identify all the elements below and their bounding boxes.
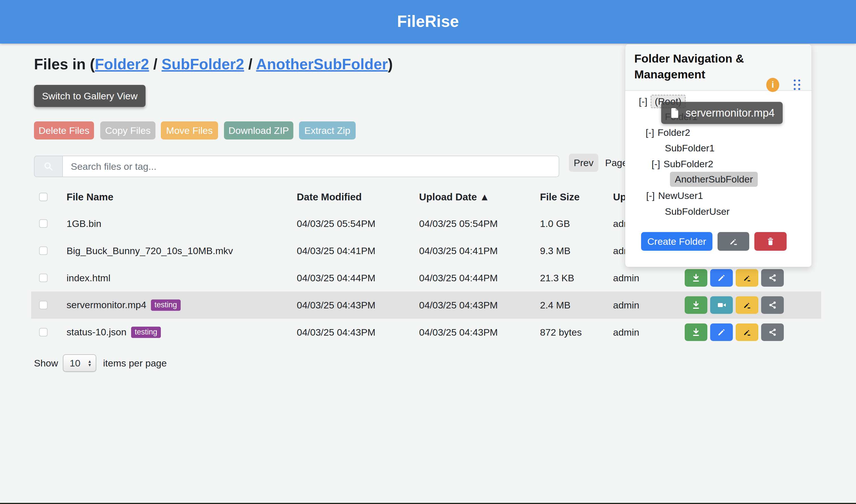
info-icon[interactable] bbox=[766, 78, 779, 92]
play-video-button[interactable] bbox=[710, 296, 733, 314]
share-button[interactable] bbox=[761, 323, 784, 341]
breadcrumb-prefix: Files in ( bbox=[34, 56, 95, 72]
date-modified: 04/03/25 04:43PM bbox=[297, 300, 375, 311]
date-modified: 04/03/25 04:41PM bbox=[297, 245, 375, 256]
file-name[interactable]: servermonitor.mp4 bbox=[67, 300, 146, 311]
tree-item-subfolder2[interactable]: [-] SubFolder2 bbox=[651, 157, 713, 170]
uploader: admin bbox=[613, 300, 640, 311]
download-button[interactable] bbox=[685, 296, 707, 314]
tree-item-label[interactable]: SubFolder1 bbox=[665, 143, 715, 154]
window-bottom-edge bbox=[0, 503, 856, 504]
sort-ascending-icon: ▲ bbox=[480, 191, 490, 202]
tree-item-newuser1[interactable]: [-] NewUser1 bbox=[646, 189, 703, 202]
select-stepper-icon: ▲▼ bbox=[87, 359, 92, 367]
uploader: admin bbox=[613, 327, 640, 338]
upload-date: 04/03/25 04:43PM bbox=[419, 327, 498, 338]
tree-item-subfolderuser[interactable]: SubFolderUser bbox=[665, 204, 730, 218]
file-size: 872 bytes bbox=[540, 327, 582, 338]
download-button[interactable] bbox=[685, 323, 707, 341]
tree-item-label[interactable]: NewUser1 bbox=[658, 190, 703, 201]
tree-item-label-selected[interactable]: AnotherSubFolder bbox=[670, 172, 758, 187]
file-name[interactable]: index.html bbox=[67, 272, 110, 284]
tree-item-anothersubfolder[interactable]: AnotherSubFolder bbox=[670, 172, 758, 186]
date-modified: 04/03/25 04:44PM bbox=[297, 272, 375, 284]
file-name[interactable]: Big_Buck_Bunny_720_10s_10MB.mkv bbox=[67, 245, 233, 256]
col-header-file-size[interactable]: File Size bbox=[540, 191, 580, 203]
tree-collapse-toggle[interactable]: [-] bbox=[646, 190, 655, 201]
page-indicator: Page bbox=[605, 154, 628, 172]
select-all-checkbox[interactable] bbox=[39, 193, 48, 201]
folder-panel-title: Folder Navigation & Management bbox=[634, 51, 784, 82]
tree-collapse-toggle[interactable]: [-] bbox=[639, 96, 647, 107]
file-size: 21.3 KB bbox=[540, 272, 574, 284]
delete-files-button[interactable]: Delete Files bbox=[34, 121, 94, 140]
file-size: 1.0 GB bbox=[540, 218, 570, 229]
copy-files-button[interactable]: Copy Files bbox=[100, 121, 155, 140]
switch-gallery-view-button[interactable]: Switch to Gallery View bbox=[34, 85, 145, 107]
download-zip-button[interactable]: Download ZIP bbox=[224, 121, 293, 140]
row-checkbox[interactable] bbox=[39, 274, 48, 282]
top-bar: FileRise bbox=[0, 0, 856, 43]
file-name[interactable]: 1GB.bin bbox=[67, 218, 101, 229]
rename-tag-button[interactable] bbox=[736, 269, 758, 287]
row-checkbox[interactable] bbox=[39, 247, 48, 255]
extract-zip-button[interactable]: Extract Zip bbox=[299, 121, 356, 140]
breadcrumb-link-anothersubfolder[interactable]: AnotherSubFolder bbox=[256, 56, 388, 72]
upload-date: 04/03/25 05:54PM bbox=[419, 218, 498, 229]
share-button[interactable] bbox=[761, 269, 784, 287]
breadcrumb-separator: / bbox=[149, 56, 161, 72]
table-row[interactable]: index.html 04/03/25 04:44PM 04/03/25 04:… bbox=[31, 264, 821, 291]
share-button[interactable] bbox=[761, 296, 784, 314]
breadcrumb-link-subfolder2[interactable]: SubFolder2 bbox=[162, 56, 244, 72]
dragged-file-name: servermonitor.mp4 bbox=[685, 107, 775, 119]
upload-date: 04/03/25 04:41PM bbox=[419, 245, 498, 256]
drag-ghost-tooltip: servermonitor.mp4 bbox=[661, 102, 783, 124]
col-header-date-modified[interactable]: Date Modified bbox=[297, 191, 362, 203]
rename-tag-button[interactable] bbox=[736, 296, 758, 314]
search-input[interactable] bbox=[62, 156, 559, 177]
app-title: FileRise bbox=[0, 0, 856, 43]
file-name[interactable]: status-10.json bbox=[67, 327, 126, 338]
date-modified: 04/03/25 04:43PM bbox=[297, 327, 375, 338]
date-modified: 04/03/25 05:54PM bbox=[297, 218, 375, 229]
tree-item-label[interactable]: SubFolder2 bbox=[663, 159, 713, 169]
edit-button[interactable] bbox=[710, 323, 733, 341]
tree-item-label[interactable]: SubFolderUser bbox=[665, 206, 730, 217]
row-checkbox[interactable] bbox=[39, 328, 48, 337]
row-checkbox[interactable] bbox=[39, 219, 48, 228]
col-header-file-name[interactable]: File Name bbox=[67, 191, 113, 203]
drag-handle-icon[interactable] bbox=[794, 79, 800, 90]
file-size: 9.3 MB bbox=[540, 245, 571, 256]
breadcrumb-link-folder2[interactable]: Folder2 bbox=[95, 56, 149, 72]
move-files-button[interactable]: Move Files bbox=[161, 121, 218, 140]
items-per-page-select[interactable]: 10 ▲▼ bbox=[63, 354, 96, 372]
rename-tag-button[interactable] bbox=[736, 323, 758, 341]
edit-button[interactable] bbox=[710, 269, 733, 287]
breadcrumb-separator: / bbox=[244, 56, 256, 72]
uploader: admin bbox=[613, 272, 640, 284]
breadcrumb-suffix: ) bbox=[388, 56, 393, 72]
tree-item-subfolder1[interactable]: SubFolder1 bbox=[665, 141, 715, 155]
tree-collapse-toggle[interactable]: [-] bbox=[651, 159, 660, 169]
create-folder-button[interactable]: Create Folder bbox=[641, 232, 713, 251]
prev-page-button[interactable]: Prev bbox=[569, 154, 598, 172]
delete-folder-button[interactable] bbox=[754, 232, 787, 251]
file-tag-badge: testing bbox=[151, 300, 181, 311]
breadcrumb: Files in (Folder2 / SubFolder2 / Another… bbox=[34, 55, 393, 73]
rename-folder-button[interactable] bbox=[718, 232, 749, 251]
search-icon bbox=[34, 156, 62, 177]
tree-collapse-toggle[interactable]: [-] bbox=[646, 127, 654, 138]
folder-panel-header: Folder Navigation & Management bbox=[625, 44, 811, 91]
tree-item-label[interactable]: Folder2 bbox=[658, 127, 690, 138]
file-tag-badge: testing bbox=[131, 327, 161, 338]
file-icon bbox=[669, 106, 680, 120]
row-checkbox[interactable] bbox=[39, 301, 48, 309]
upload-date: 04/03/25 04:43PM bbox=[419, 300, 498, 311]
table-row[interactable]: status-10.jsontesting 04/03/25 04:43PM 0… bbox=[31, 319, 821, 346]
download-button[interactable] bbox=[685, 269, 707, 287]
tree-item-folder2[interactable]: [-] Folder2 bbox=[646, 126, 691, 139]
items-per-page-value: 10 bbox=[70, 358, 87, 369]
col-header-upload-date[interactable]: Upload Date ▲ bbox=[419, 191, 490, 203]
table-row-selected[interactable]: servermonitor.mp4testing 04/03/25 04:43P… bbox=[31, 291, 821, 319]
upload-date: 04/03/25 04:44PM bbox=[419, 272, 498, 284]
